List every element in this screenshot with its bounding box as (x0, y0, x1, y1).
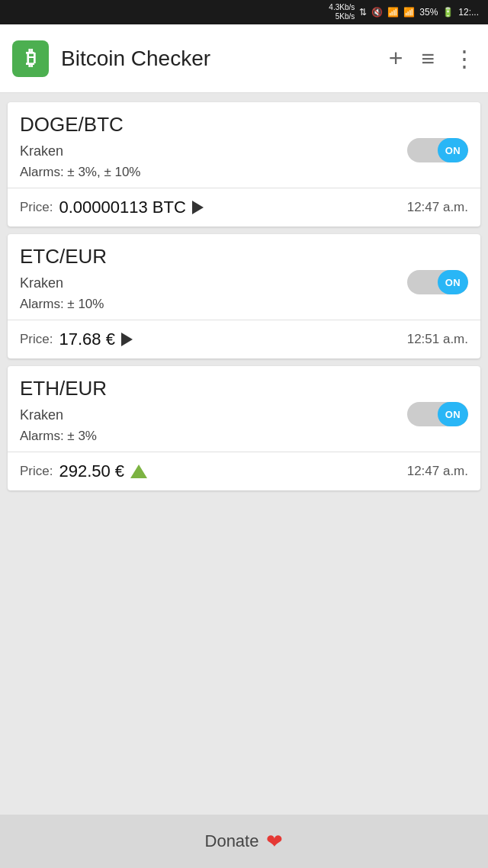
card-pair-etc: ETC/EUR (20, 245, 468, 268)
clock: 12:... (458, 7, 479, 18)
price-time-eth: 12:47 a.m. (407, 464, 468, 479)
heart-icon: ❤ (266, 830, 283, 854)
card-alarms-eth: Alarms: ± 3% (20, 429, 468, 444)
app-bar-actions: + ≡ ⋮ (389, 44, 476, 72)
card-exchange-row-eth: Kraken ON (20, 402, 468, 426)
card-alarms-doge: Alarms: ± 3%, ± 10% (20, 165, 468, 180)
card-doge-btc: DOGE/BTC Kraken ON Alarms: ± 3%, ± 10% P… (8, 102, 480, 227)
card-pair-eth: ETH/EUR (20, 377, 468, 400)
more-button[interactable]: ⋮ (453, 45, 476, 72)
donate-label: Donate (205, 831, 259, 851)
price-time-etc: 12:51 a.m. (407, 332, 468, 347)
card-top-etc: ETC/EUR Kraken ON Alarms: ± 10% (8, 234, 480, 320)
card-top-eth: ETH/EUR Kraken ON Alarms: ± 3% (8, 366, 480, 452)
card-price-row-eth: Price: 292.50 € 12:47 a.m. (8, 452, 480, 490)
add-button[interactable]: + (389, 44, 403, 72)
app-bar: ₿ Bitcoin Checker + ≡ ⋮ (0, 24, 488, 93)
bluetooth-icon: ⇅ (359, 7, 367, 18)
toggle-etc[interactable]: ON (407, 270, 468, 294)
price-value-eth: 292.50 € (59, 461, 124, 481)
footer[interactable]: Donate ❤ (0, 815, 488, 868)
price-direction-icon-doge (192, 201, 204, 214)
toggle-label-etc: ON (445, 277, 461, 288)
card-price-row-doge: Price: 0.00000113 BTC 12:47 a.m. (8, 188, 480, 227)
network-speed: 4.3Kb/s 5Kb/s (329, 3, 355, 21)
price-direction-icon-etc (121, 333, 133, 346)
card-alarms-etc: Alarms: ± 10% (20, 297, 468, 312)
signal-icon: 📶 (403, 7, 415, 18)
card-eth-eur: ETH/EUR Kraken ON Alarms: ± 3% Price: 29… (8, 366, 480, 490)
battery-level: 35% (419, 7, 438, 18)
spacer (0, 657, 488, 815)
app-logo: ₿ (12, 40, 49, 77)
card-exchange-eth: Kraken (20, 407, 63, 423)
toggle-eth[interactable]: ON (407, 402, 468, 426)
card-etc-eur: ETC/EUR Kraken ON Alarms: ± 10% Price: 1… (8, 234, 480, 358)
price-time-doge: 12:47 a.m. (407, 200, 468, 215)
price-direction-icon-eth (130, 465, 147, 478)
cards-content: DOGE/BTC Kraken ON Alarms: ± 3%, ± 10% P… (0, 93, 488, 657)
card-exchange-etc: Kraken (20, 275, 63, 291)
status-bar: 4.3Kb/s 5Kb/s ⇅ 🔇 📶 📶 35% 🔋 12:... (0, 0, 488, 24)
app-title: Bitcoin Checker (61, 47, 389, 71)
price-label-doge: Price: (20, 200, 53, 215)
battery-icon: 🔋 (442, 7, 454, 18)
volume-icon: 🔇 (371, 7, 383, 18)
card-exchange-row-etc: Kraken ON (20, 270, 468, 294)
toggle-label-doge: ON (445, 145, 461, 156)
toggle-doge[interactable]: ON (407, 138, 468, 162)
wifi-icon: 📶 (387, 7, 399, 18)
card-exchange-doge: Kraken (20, 143, 63, 159)
card-pair-doge: DOGE/BTC (20, 113, 468, 137)
card-exchange-row-doge: Kraken ON (20, 138, 468, 162)
price-value-etc: 17.68 € (59, 330, 114, 349)
price-label-eth: Price: (20, 464, 53, 479)
price-label-etc: Price: (20, 332, 53, 347)
filter-button[interactable]: ≡ (421, 46, 435, 72)
price-value-doge: 0.00000113 BTC (59, 198, 185, 217)
card-price-row-etc: Price: 17.68 € 12:51 a.m. (8, 320, 480, 358)
logo-symbol: ₿ (26, 47, 36, 70)
card-top-doge: DOGE/BTC Kraken ON Alarms: ± 3%, ± 10% (8, 102, 480, 188)
toggle-label-eth: ON (445, 409, 461, 420)
